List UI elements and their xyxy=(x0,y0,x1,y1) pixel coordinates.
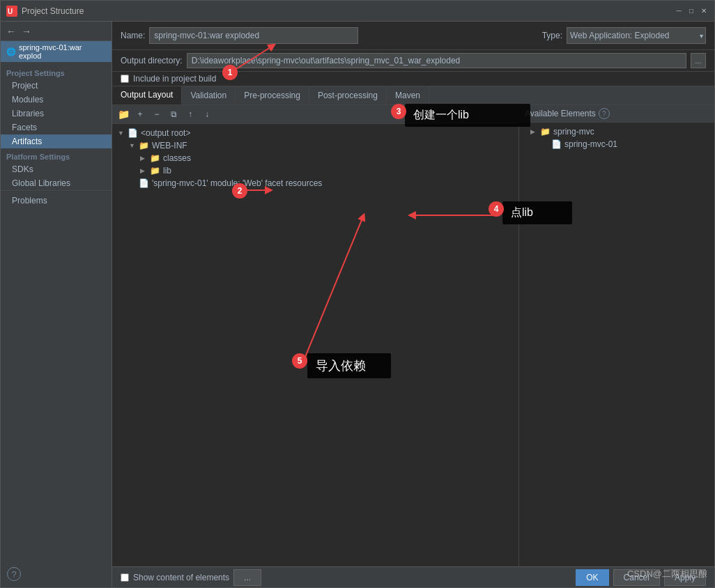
maximize-button[interactable]: □ xyxy=(686,6,696,16)
tab-validation[interactable]: Validation xyxy=(182,87,236,104)
nav-forward-button[interactable]: → xyxy=(20,25,33,38)
type-label: Type: xyxy=(542,31,562,40)
sidebar: ← → 🌐 spring-mvc-01:war explod Project S… xyxy=(1,22,112,587)
include-in-build-row: Include in project build xyxy=(112,72,714,86)
type-field-group: Type: Web Application: Exploded xyxy=(542,27,706,44)
include-in-build-checkbox[interactable] xyxy=(121,75,129,83)
tree-item-classes-label: classes xyxy=(163,153,191,163)
available-elements-tree: ▶ 📁 spring-mvc ▶ 📄 spring-mvc-01 xyxy=(519,123,714,566)
selected-artifact-item[interactable]: 🌐 spring-mvc-01:war explod xyxy=(1,41,112,62)
nav-back-button[interactable]: ← xyxy=(5,25,17,38)
expand-arrow-root: ▼ xyxy=(118,130,125,137)
file-icon-spring-mvc-01: 📄 xyxy=(551,139,562,149)
sidebar-item-artifacts-label: Artifacts xyxy=(12,137,42,146)
toolbar-move-up-button[interactable]: ↑ xyxy=(183,107,197,121)
folder-icon-spring-mvc: 📁 xyxy=(540,127,551,137)
tree-item-module-resource-label: 'spring-mvc-01' module: 'Web' facet reso… xyxy=(152,178,322,188)
watermark: CSDN@二两相思酿 xyxy=(627,568,707,580)
sidebar-item-problems-label: Problems xyxy=(12,196,47,206)
tree-item-module-resource[interactable]: ▶ 📄 'spring-mvc-01' module: 'Web' facet … xyxy=(112,177,518,189)
root-icon: 📄 xyxy=(128,128,138,138)
tree-item-web-inf[interactable]: ▼ 📁 WEB-INF xyxy=(112,139,518,152)
bottom-help-icon[interactable]: ? xyxy=(7,567,21,581)
name-input[interactable] xyxy=(149,27,358,44)
toolbar-add-button[interactable]: + xyxy=(133,107,147,121)
available-elements-label: Available Elements xyxy=(525,109,596,118)
tree-item-classes[interactable]: ▶ 📁 classes xyxy=(112,152,518,164)
tab-maven[interactable]: Maven xyxy=(387,87,429,104)
folder-icon-classes: 📁 xyxy=(150,153,160,163)
svg-text:U: U xyxy=(8,8,13,15)
bottom-bar: Show content of elements ... OK Cancel A… xyxy=(112,566,714,587)
expand-arrow-classes: ▶ xyxy=(140,155,147,162)
sidebar-item-libraries[interactable]: Libraries xyxy=(1,107,112,121)
name-type-row: Name: Type: Web Application: Exploded xyxy=(112,22,714,50)
minimize-button[interactable]: ─ xyxy=(674,6,684,16)
sidebar-content: Project Settings Project Modules Librari… xyxy=(1,62,112,587)
content-area: Name: Type: Web Application: Exploded xyxy=(112,22,714,587)
sidebar-item-libraries-label: Libraries xyxy=(12,109,44,118)
sidebar-item-project[interactable]: Project xyxy=(1,79,112,93)
show-content-checkbox[interactable] xyxy=(121,573,129,582)
tab-post-processing[interactable]: Post-processing xyxy=(309,87,387,104)
close-button[interactable]: ✕ xyxy=(699,6,709,16)
expand-spring-mvc: ▶ xyxy=(530,128,537,135)
show-content-label: Show content of elements xyxy=(133,573,229,582)
toolbar-move-down-button[interactable]: ↓ xyxy=(200,107,214,121)
name-field-group: Name: xyxy=(121,27,358,44)
toolbar-remove-button[interactable]: − xyxy=(150,107,164,121)
project-settings-label: Project Settings xyxy=(1,65,112,79)
type-select[interactable]: Web Application: Exploded xyxy=(567,27,706,44)
output-dir-row: Output directory: … xyxy=(112,50,714,72)
tree-item-output-root[interactable]: ▼ 📄 <output root> xyxy=(112,127,518,139)
available-item-spring-mvc[interactable]: ▶ 📁 spring-mvc xyxy=(519,125,714,138)
tree-item-lib[interactable]: ▶ 📁 lib xyxy=(112,164,518,177)
tab-pre-processing[interactable]: Pre-processing xyxy=(236,87,309,104)
output-dir-input[interactable] xyxy=(187,53,686,68)
available-item-spring-mvc-01-label: spring-mvc-01 xyxy=(564,139,617,149)
ok-button[interactable]: OK xyxy=(576,569,608,586)
sidebar-item-facets-label: Facets xyxy=(12,123,37,132)
sidebar-item-modules-label: Modules xyxy=(12,95,43,105)
folder-icon-lib: 📁 xyxy=(150,166,160,176)
platform-settings-label: Platform Settings xyxy=(1,148,112,162)
panel-area: 📁 + − ⧉ ↑ ↓ ▼ 📄 <output xyxy=(112,105,714,566)
show-content-row: Show content of elements ... xyxy=(121,569,570,586)
tabs-bar: Output Layout Validation Pre-processing … xyxy=(112,86,714,105)
app-logo: U xyxy=(6,6,17,17)
sidebar-item-sdks[interactable]: SDKs xyxy=(1,162,112,176)
toolbar-copy-button[interactable]: ⧉ xyxy=(167,107,180,121)
type-select-wrapper: Web Application: Exploded xyxy=(567,27,706,44)
window-controls: ─ □ ✕ xyxy=(674,6,709,16)
artifact-icon: 🌐 xyxy=(6,47,16,56)
tree-item-web-inf-label: WEB-INF xyxy=(152,141,187,150)
tab-output-layout[interactable]: Output Layout xyxy=(112,86,182,105)
tree-item-output-root-label: <output root> xyxy=(141,128,190,138)
sidebar-item-facets[interactable]: Facets xyxy=(1,121,112,134)
available-item-spring-mvc-01[interactable]: ▶ 📄 spring-mvc-01 xyxy=(519,138,714,150)
browse-button[interactable]: … xyxy=(691,53,706,68)
bottom-help-area: ? xyxy=(7,567,21,581)
left-tree: ▼ 📄 <output root> ▼ 📁 WEB-INF xyxy=(112,124,518,566)
sidebar-item-modules[interactable]: Modules xyxy=(1,93,112,107)
toolbar-put-into-folder-button[interactable]: 📁 xyxy=(116,107,130,121)
sidebar-toolbar: ← → xyxy=(1,22,112,41)
left-panel: 📁 + − ⧉ ↑ ↓ ▼ 📄 <output xyxy=(112,105,519,566)
expand-arrow-lib: ▶ xyxy=(140,167,147,174)
sidebar-item-artifacts[interactable]: Artifacts xyxy=(1,134,112,148)
help-icon[interactable]: ? xyxy=(599,108,610,119)
sidebar-item-project-label: Project xyxy=(12,81,38,91)
sidebar-item-problems[interactable]: Problems xyxy=(1,194,112,208)
sidebar-bottom: Problems xyxy=(1,190,112,210)
resource-icon: 📄 xyxy=(139,178,149,188)
sidebar-item-global-libraries[interactable]: Global Libraries xyxy=(1,176,112,190)
show-content-options-button[interactable]: ... xyxy=(233,569,261,586)
include-in-build-label: Include in project build xyxy=(133,74,216,84)
sidebar-item-global-libraries-label: Global Libraries xyxy=(12,178,70,188)
window-title: Project Structure xyxy=(22,6,674,16)
folder-icon-web-inf: 📁 xyxy=(139,141,149,150)
expand-arrow-web-inf: ▼ xyxy=(129,142,136,149)
available-elements-header: Available Elements ? xyxy=(519,105,714,123)
artifact-item-label: spring-mvc-01:war explod xyxy=(19,43,106,60)
title-bar: U Project Structure ─ □ ✕ xyxy=(1,1,714,22)
